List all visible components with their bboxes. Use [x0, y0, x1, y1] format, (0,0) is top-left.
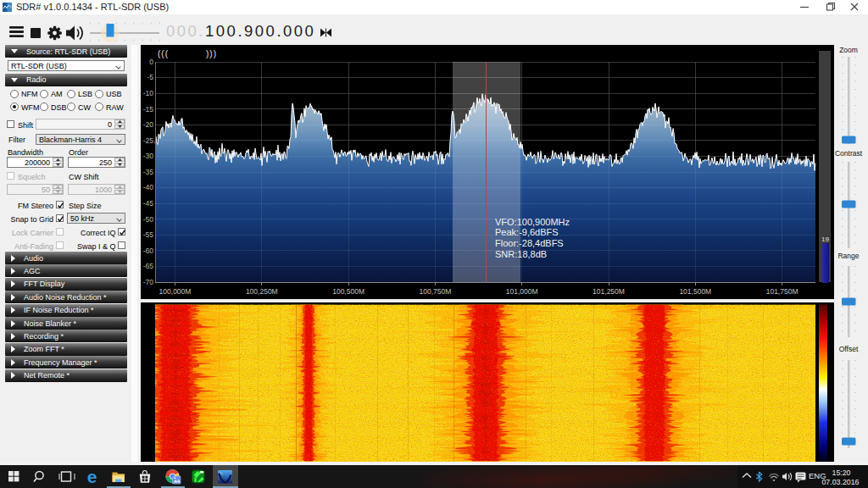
- svg-text:Floor:-28,4dBFS: Floor:-28,4dBFS: [495, 238, 564, 248]
- svg-text:SNR:18,8dB: SNR:18,8dB: [495, 249, 547, 259]
- svg-text:19: 19: [821, 236, 829, 243]
- svg-text:-55: -55: [143, 230, 154, 239]
- svg-text:-15: -15: [143, 105, 154, 114]
- svg-text:e: e: [87, 467, 97, 486]
- svg-text:-60: -60: [143, 247, 154, 255]
- svg-text:0: 0: [149, 58, 153, 66]
- svg-text:-30: -30: [143, 152, 154, 160]
- svg-text:100,000M: 100,000M: [159, 287, 192, 296]
- svg-text:-20: -20: [143, 120, 154, 129]
- svg-text:101,750M: 101,750M: [766, 287, 798, 296]
- svg-text:VFO:100,900MHz: VFO:100,900MHz: [495, 217, 570, 227]
- svg-text:101,000M: 101,000M: [506, 287, 538, 296]
- svg-text:))): ))): [206, 49, 217, 58]
- svg-text:Zoom: Zoom: [839, 46, 858, 54]
- svg-text:101,250M: 101,250M: [593, 287, 625, 296]
- svg-text:Contrast: Contrast: [835, 149, 863, 158]
- svg-text:Range: Range: [837, 252, 859, 260]
- svg-text:101,500M: 101,500M: [679, 287, 711, 296]
- svg-text:100,750M: 100,750M: [419, 287, 451, 296]
- svg-text:100,250M: 100,250M: [246, 287, 278, 296]
- svg-text:15:20: 15:20: [832, 469, 850, 477]
- svg-text:-35: -35: [143, 168, 154, 176]
- svg-text:100,500M: 100,500M: [332, 287, 364, 296]
- svg-text:(((: (((: [158, 49, 169, 58]
- svg-text:-50: -50: [143, 215, 154, 224]
- svg-text:-65: -65: [143, 262, 154, 270]
- svg-text:-40: -40: [143, 183, 154, 191]
- svg-text:07.03.2016: 07.03.2016: [821, 478, 859, 486]
- svg-text:Peak:-9,6dBFS: Peak:-9,6dBFS: [495, 227, 559, 237]
- svg-text:-5: -5: [147, 73, 153, 81]
- svg-text:Offset: Offset: [839, 345, 859, 353]
- svg-text:-70: -70: [143, 278, 154, 286]
- svg-text:-25: -25: [143, 136, 154, 145]
- svg-text:-10: -10: [143, 89, 154, 97]
- svg-text:-45: -45: [143, 199, 154, 208]
